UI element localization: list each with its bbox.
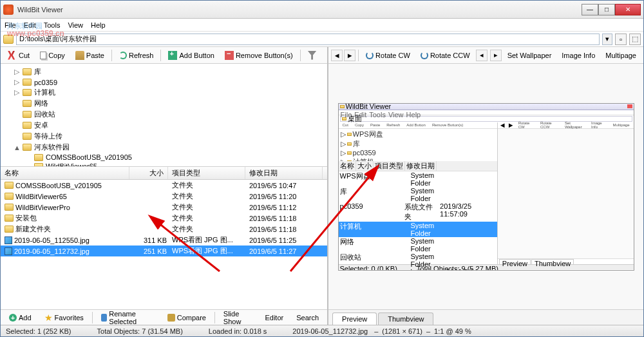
file-name: WildBitViewer65 bbox=[15, 193, 67, 200]
tree-item[interactable]: ▷pc0359 bbox=[3, 77, 325, 87]
folder-icon bbox=[23, 133, 32, 140]
preview-image: WildBit ViewerFileEditToolsViewHelp桌面Cut… bbox=[338, 103, 634, 271]
file-date: 2019/6/5 11:12 bbox=[247, 204, 324, 211]
cut-button[interactable]: Cut bbox=[3, 49, 34, 62]
tab-preview[interactable]: Preview bbox=[332, 313, 377, 325]
remove-icon bbox=[225, 51, 234, 60]
tree-label: 网络 bbox=[34, 99, 48, 108]
file-type: 文件夹 bbox=[169, 202, 247, 212]
menu-help[interactable]: Help bbox=[91, 21, 106, 29]
img-icon bbox=[5, 236, 12, 244]
plus-icon: + bbox=[9, 314, 17, 322]
separator bbox=[111, 50, 112, 61]
tree-item[interactable]: WildBitViewer65 bbox=[3, 162, 325, 167]
file-row[interactable]: 2019-06-05_112732.jpg251 KBWPS看图 JPG 图..… bbox=[1, 246, 327, 256]
compare-icon bbox=[167, 314, 175, 322]
nav-next-small[interactable]: ▸ bbox=[490, 50, 502, 61]
maximize-button[interactable]: □ bbox=[598, 4, 615, 15]
tab-thumbview[interactable]: Thumbview bbox=[378, 313, 433, 325]
copy-button[interactable]: Copy bbox=[35, 50, 70, 61]
paste-button[interactable]: Paste bbox=[71, 49, 109, 62]
add-icon bbox=[168, 51, 177, 60]
preview-area[interactable]: WildBit ViewerFileEditToolsViewHelp桌面Cut… bbox=[328, 64, 643, 309]
file-name: COMSSBootUSB_v201905 bbox=[15, 182, 102, 189]
window-title: WildBit Viewer bbox=[17, 6, 582, 14]
set-wallpaper-button[interactable]: Set Wallpaper bbox=[503, 50, 556, 61]
tree-item[interactable]: ▲河东软件园 bbox=[3, 142, 325, 153]
rename-button[interactable]: Rename Selected bbox=[95, 308, 160, 327]
expand-icon[interactable]: ▲ bbox=[14, 144, 20, 151]
slideshow-button[interactable]: Slide Show bbox=[218, 308, 258, 327]
tree-label: WildBitViewer65 bbox=[46, 162, 97, 167]
file-row[interactable]: 新建文件夹文件夹2019/6/5 11:18 bbox=[1, 224, 327, 235]
filter-button[interactable] bbox=[303, 49, 321, 62]
file-row[interactable]: COMSSBootUSB_v201905文件夹2019/6/5 10:47 bbox=[1, 180, 327, 191]
folder-tree[interactable]: ▷库▷pc0359▷计算机网络回收站安卓等待上传▲河东软件园COMSSBootU… bbox=[1, 64, 327, 167]
image-info-button[interactable]: Image Info bbox=[557, 50, 600, 61]
prev-button[interactable]: ◄ bbox=[331, 50, 343, 61]
add-toolbar-button[interactable]: Add Button bbox=[164, 49, 218, 62]
file-name: WildBitViewerPro bbox=[15, 204, 70, 211]
menu-file[interactable]: File bbox=[5, 21, 16, 29]
tree-item[interactable]: ▷库 bbox=[3, 66, 325, 77]
expand-icon[interactable]: ▷ bbox=[14, 68, 20, 76]
search-button[interactable]: Search bbox=[290, 312, 325, 323]
tree-item[interactable]: 安卓 bbox=[3, 120, 325, 131]
addr-extra-button-2[interactable]: ⬚ bbox=[629, 34, 641, 45]
tree-item[interactable]: ▷计算机 bbox=[3, 87, 325, 98]
rotate-cw-button[interactable]: Rotate CW bbox=[361, 50, 415, 61]
tree-item[interactable]: 等待上传 bbox=[3, 131, 325, 142]
remove-toolbar-button[interactable]: Remove Button(s) bbox=[220, 49, 298, 62]
folder-icon bbox=[23, 144, 32, 151]
col-type[interactable]: 项目类型 bbox=[168, 167, 245, 179]
separator bbox=[300, 50, 301, 61]
tree-label: 计算机 bbox=[34, 88, 55, 97]
favorites-button[interactable]: ★Favorites bbox=[39, 311, 90, 325]
file-row[interactable]: 安装包文件夹2019/6/5 11:18 bbox=[1, 213, 327, 224]
tree-label: 等待上传 bbox=[34, 131, 62, 141]
status-selected: Selected: 1 (252 KB) bbox=[6, 327, 71, 335]
left-toolbar: Cut Copy Paste Refresh Add Button Remove… bbox=[1, 47, 327, 64]
address-dropdown[interactable]: ▾ bbox=[602, 34, 612, 45]
status-zoom: 1:1 @ 49 % bbox=[434, 327, 471, 335]
compare-button[interactable]: Compare bbox=[162, 312, 212, 323]
file-date: 2019/6/5 11:18 bbox=[247, 215, 324, 222]
file-type: WPS看图 JPG 图... bbox=[169, 246, 247, 256]
col-date[interactable]: 修改日期 bbox=[245, 167, 323, 179]
file-list[interactable]: COMSSBootUSB_v201905文件夹2019/6/5 10:47Wil… bbox=[1, 180, 327, 309]
multipage-button[interactable]: Multipage bbox=[601, 50, 641, 61]
tree-item[interactable]: COMSSBootUSB_v201905 bbox=[3, 153, 325, 162]
tree-item[interactable]: 网络 bbox=[3, 98, 325, 109]
tree-label: COMSSBootUSB_v201905 bbox=[46, 153, 132, 161]
nav-prev-small[interactable]: ◂ bbox=[476, 50, 488, 61]
address-input[interactable] bbox=[16, 34, 600, 45]
close-button[interactable]: ✕ bbox=[615, 4, 641, 15]
col-name[interactable]: 名称 bbox=[1, 167, 129, 179]
file-name: 2019-06-05_112732.jpg bbox=[14, 247, 90, 255]
file-row[interactable]: WildBitViewerPro文件夹2019/6/5 11:12 bbox=[1, 202, 327, 213]
file-row[interactable]: 2019-06-05_112550.jpg311 KBWPS看图 JPG 图..… bbox=[1, 235, 327, 246]
menu-view[interactable]: View bbox=[68, 21, 83, 29]
minimize-button[interactable]: — bbox=[582, 4, 598, 15]
folder-icon bbox=[3, 35, 14, 44]
file-row[interactable]: WildBitViewer65文件夹2019/6/5 11:20 bbox=[1, 191, 327, 202]
file-size: 311 KB bbox=[131, 236, 169, 244]
refresh-button[interactable]: Refresh bbox=[115, 50, 158, 61]
expand-icon[interactable]: ▷ bbox=[14, 78, 20, 86]
editor-button[interactable]: Editor bbox=[259, 312, 289, 323]
rotate-ccw-button[interactable]: Rotate CCW bbox=[416, 50, 475, 61]
add-button[interactable]: +Add bbox=[3, 312, 37, 323]
tree-item[interactable]: 回收站 bbox=[3, 109, 325, 120]
next-button[interactable]: ► bbox=[344, 50, 355, 61]
file-size: 251 KB bbox=[131, 247, 169, 255]
expand-icon[interactable]: ▷ bbox=[14, 88, 20, 97]
folder-icon bbox=[23, 79, 32, 86]
menu-tools[interactable]: Tools bbox=[44, 21, 61, 29]
file-date: 2019/6/5 11:25 bbox=[247, 236, 324, 244]
tree-label: pc0359 bbox=[34, 79, 57, 86]
menu-edit[interactable]: Edit bbox=[24, 21, 36, 29]
file-date: 2019/6/5 10:47 bbox=[247, 182, 324, 189]
col-size[interactable]: 大小 bbox=[129, 167, 168, 179]
addr-extra-button-1[interactable]: ▫ bbox=[615, 34, 627, 45]
file-name: 2019-06-05_112550.jpg bbox=[14, 236, 90, 244]
